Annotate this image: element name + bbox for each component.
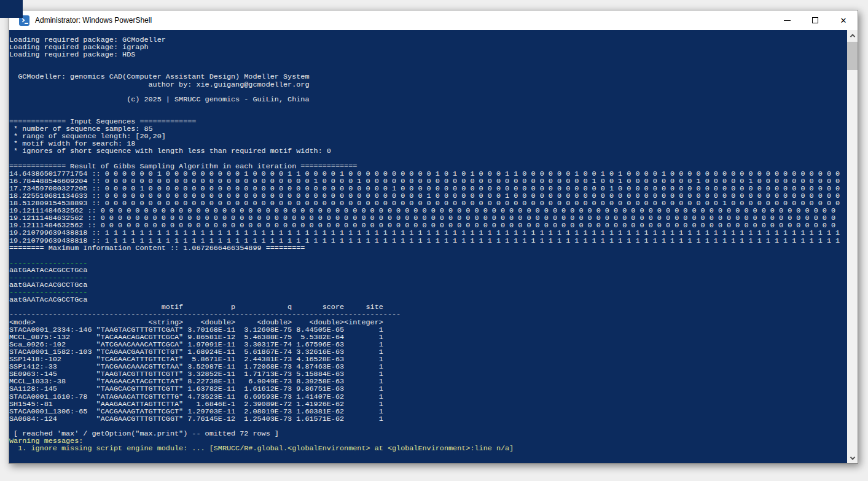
console-line: SH1545:-81 "AAAGAACATTAGTTCTTA" 1.6846E-… [9, 401, 847, 408]
console-output[interactable]: Loading required package: GCModellerLoad… [9, 30, 847, 463]
console-line [9, 252, 847, 259]
console-line: 19.210799639438818 :: 1 1 1 1 1 1 1 1 1 … [9, 237, 847, 244]
console-line: <mode> <string> <double> <double> <doubl… [9, 319, 847, 326]
console-line [9, 155, 847, 163]
console-line: 19.210799639438818 :: 1 1 1 1 1 1 1 1 1 … [9, 229, 847, 237]
console-line [9, 103, 847, 111]
console-line: ============= Result of Gibbs Sampling A… [9, 163, 847, 170]
console-line: ------------------ [9, 259, 847, 267]
console-line [9, 58, 847, 66]
scroll-down-button[interactable] [847, 453, 858, 463]
console-line: ------------------ [9, 274, 847, 281]
chevron-down-icon [850, 455, 854, 459]
console-line: [ reached 'max' / getOption("max.print")… [9, 430, 847, 437]
chevron-up-icon [850, 34, 854, 39]
console-line: ----------------------------------------… [9, 311, 847, 318]
console-line: GCModeller: genomics CAD(Computer Assist… [9, 73, 847, 80]
scrollbar-thumb[interactable] [847, 42, 858, 70]
console-text: Loading required package: GCModellerLoad… [9, 30, 847, 452]
close-icon: ✕ [840, 17, 847, 25]
window-title: Administrator: Windows PowerShell [35, 16, 152, 25]
console-line: author by: xie.guigang@gcmodeller.org [9, 81, 847, 88]
console-line: * ignores of short sequence with length … [9, 147, 847, 155]
scroll-up-button[interactable] [847, 30, 858, 41]
background-window-fragment [0, 0, 23, 18]
console-line: (c) 2025 | SMRUCC genomics - GuiLin, Chi… [9, 96, 847, 103]
console-line: 14.643865017771754 :: 0 0 0 0 0 0 1 0 0 … [9, 170, 847, 178]
console-line: ------------------ [9, 289, 847, 296]
vertical-scrollbar[interactable] [847, 30, 858, 463]
console-line: 1. ignore missing script engine module: … [9, 445, 847, 452]
title-bar[interactable]: Administrator: Windows PowerShell ✕ [9, 10, 858, 30]
powershell-arrow-icon [21, 18, 25, 22]
minimize-icon [784, 20, 791, 21]
close-button[interactable]: ✕ [829, 10, 858, 30]
console-line: STACA0001_2334:-146 "TAAGTACGTTTGTTCGAT"… [9, 326, 847, 334]
console-line: ======== Maximum Information Content :: … [9, 244, 847, 252]
console-line: aatGAATAcACGCCTGca [9, 281, 847, 289]
console-line [9, 88, 847, 96]
console-line: STACA0001_1610:-78 "ATAGAACATTCGTTCTTG" … [9, 393, 847, 401]
minimize-button[interactable] [773, 10, 801, 30]
console-line: aatGAATAcACGCCTGca [9, 267, 847, 274]
window-controls: ✕ [773, 10, 858, 30]
powershell-underscore-icon [25, 23, 28, 24]
console-line: Loading required package: HDS [9, 51, 847, 58]
maximize-icon [812, 17, 818, 23]
console-line: SA0684:-124 "ACAGAACGTTTGTTCGGT" 7.76145… [9, 415, 847, 423]
powershell-window: Administrator: Windows PowerShell ✕ Load… [9, 10, 858, 464]
console-line: STACA0001_1306:-65 "CACGAAAGTATGTTCGCT" … [9, 408, 847, 415]
console-line: SA1128:-145 "TAAGCACGTTTGTTCGTT" 1.63782… [9, 385, 847, 393]
maximize-button[interactable] [801, 10, 829, 30]
